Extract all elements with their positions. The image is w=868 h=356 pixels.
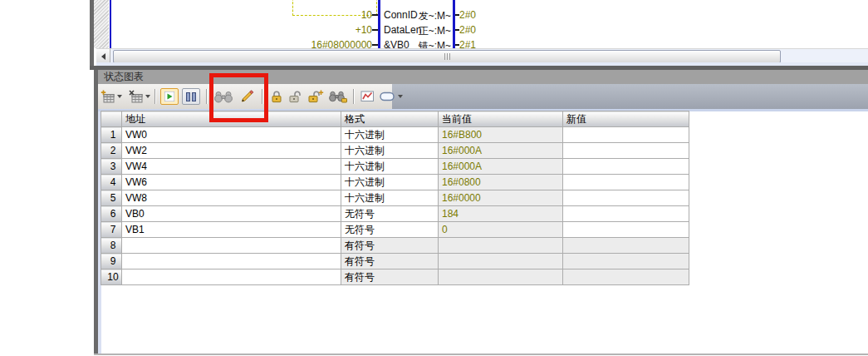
- address-cell[interactable]: VW6: [122, 175, 341, 190]
- format-cell[interactable]: 有符号: [341, 238, 439, 254]
- address-cell[interactable]: VW8: [122, 190, 341, 206]
- annotation-highlight-rectangle: [209, 73, 268, 122]
- bubble-display-button[interactable]: [380, 90, 395, 103]
- new-value-cell[interactable]: [563, 238, 689, 254]
- scrollbar-thumb[interactable]: [113, 50, 781, 63]
- format-cell[interactable]: 十六进制: [341, 127, 439, 143]
- format-cell[interactable]: 无符号: [341, 222, 439, 238]
- block-output-label: 错~:M~: [399, 39, 451, 48]
- wire-tick: [372, 44, 378, 46]
- new-value-cell[interactable]: [563, 175, 689, 190]
- address-cell[interactable]: VB1: [122, 222, 341, 238]
- table-header-row: 地址 格式 当前值 新值: [101, 111, 689, 127]
- current-value-column-header[interactable]: 当前值: [439, 111, 563, 127]
- new-value-cell[interactable]: [563, 222, 689, 238]
- corner-header-cell[interactable]: [101, 111, 122, 127]
- app-window: 10 ConnID 发~:M~ 2#0 +10 DataLen 正~:M~ 2#…: [0, 0, 868, 356]
- format-cell[interactable]: 十六进制: [341, 190, 439, 206]
- delete-chart-button[interactable]: [129, 90, 143, 104]
- read-all-forced-button[interactable]: [328, 89, 347, 104]
- current-value-cell: 16#000A: [439, 143, 563, 159]
- ladder-editor: 10 ConnID 发~:M~ 2#0 +10 DataLen 正~:M~ 2#…: [0, 0, 868, 48]
- ladder-output-value: 2#0: [459, 9, 476, 21]
- table-x-icon: [129, 90, 143, 104]
- toolbar-separator: [353, 89, 355, 104]
- force-button[interactable]: [270, 89, 283, 104]
- horizontal-scrollbar[interactable]: [96, 48, 868, 63]
- thumb-grip: [444, 53, 445, 60]
- row-number[interactable]: 9: [101, 254, 122, 269]
- row-number[interactable]: 2: [101, 143, 122, 159]
- table-row: 3 VW4 十六进制 16#000A: [101, 159, 689, 175]
- wire-tick: [372, 14, 378, 16]
- table-row: 5 VW8 十六进制 16#0000: [101, 190, 689, 206]
- address-cell[interactable]: VB0: [122, 206, 341, 222]
- row-number[interactable]: 1: [101, 127, 122, 143]
- row-number[interactable]: 8: [101, 238, 122, 254]
- row-number[interactable]: 6: [101, 206, 122, 222]
- arrow-left-icon: [101, 53, 105, 60]
- thumb-grip: [447, 53, 448, 60]
- format-column-header[interactable]: 格式: [341, 111, 439, 127]
- address-cell[interactable]: VW4: [122, 159, 341, 175]
- address-cell[interactable]: [122, 269, 341, 285]
- unforce-button[interactable]: [288, 89, 302, 104]
- current-value-cell: 16#B800: [439, 127, 563, 143]
- format-cell[interactable]: 十六进制: [341, 143, 439, 159]
- block-output-label: 发~:M~: [399, 9, 451, 23]
- format-cell[interactable]: 有符号: [341, 254, 439, 269]
- bubble-display-dropdown[interactable]: [398, 95, 403, 98]
- thumb-grip: [449, 53, 450, 60]
- chart-status-on-button[interactable]: [160, 88, 179, 105]
- ladder-output-value: 2#1: [459, 39, 476, 48]
- address-cell[interactable]: VW0: [122, 127, 341, 143]
- window-left-edge: [90, 0, 94, 66]
- table-plus-icon: [101, 90, 115, 104]
- delete-chart-dropdown[interactable]: [145, 95, 150, 98]
- table-row: 6 VB0 无符号 184: [101, 206, 689, 222]
- format-cell[interactable]: 无符号: [341, 206, 439, 222]
- row-number[interactable]: 7: [101, 222, 122, 238]
- insert-chart-dropdown[interactable]: [117, 95, 122, 98]
- new-value-cell[interactable]: [563, 143, 689, 159]
- window-bottom-edge: [94, 354, 868, 355]
- format-cell[interactable]: 十六进制: [341, 159, 439, 175]
- row-number[interactable]: 3: [101, 159, 122, 175]
- new-value-cell[interactable]: [563, 159, 689, 175]
- table-row: 9 有符号: [101, 254, 689, 269]
- new-value-column-header[interactable]: 新值: [563, 111, 689, 127]
- row-number[interactable]: 4: [101, 175, 122, 190]
- row-number[interactable]: 10: [101, 269, 122, 285]
- table-row: 1 VW0 十六进制 16#B800: [101, 127, 689, 143]
- pause-chart-button[interactable]: [182, 88, 200, 105]
- address-cell[interactable]: [122, 238, 341, 254]
- table-row: 4 VW6 十六进制 16#0800: [101, 175, 689, 190]
- new-value-cell[interactable]: [563, 206, 689, 222]
- new-value-cell[interactable]: [563, 254, 689, 269]
- scroll-left-button[interactable]: [96, 49, 110, 63]
- current-value-cell: [439, 254, 563, 269]
- wire-tick: [372, 29, 378, 31]
- trend-chart-icon: [360, 90, 375, 103]
- insert-chart-button[interactable]: [101, 90, 115, 104]
- address-cell[interactable]: [122, 254, 341, 269]
- block-left-edge: [378, 0, 380, 48]
- unforce-all-button[interactable]: [307, 89, 324, 104]
- capsule-icon: [380, 90, 395, 103]
- current-value-cell: [439, 269, 563, 285]
- ladder-input-value: 10: [282, 9, 372, 21]
- ladder-input-value: 16#08000000: [282, 39, 372, 48]
- table-row: 8 有符号: [101, 238, 689, 254]
- row-number[interactable]: 5: [101, 190, 122, 206]
- ladder-output-value: 2#0: [459, 24, 476, 36]
- format-cell[interactable]: 有符号: [341, 269, 439, 285]
- new-value-cell[interactable]: [563, 127, 689, 143]
- trend-view-button[interactable]: [360, 90, 375, 103]
- new-value-cell[interactable]: [563, 269, 689, 285]
- ladder-input-value: +10: [282, 24, 372, 36]
- table-row: 2 VW2 十六进制 16#000A: [101, 143, 689, 159]
- current-value-cell: 16#0800: [439, 175, 563, 190]
- address-cell[interactable]: VW2: [122, 143, 341, 159]
- new-value-cell[interactable]: [563, 190, 689, 206]
- format-cell[interactable]: 十六进制: [341, 175, 439, 190]
